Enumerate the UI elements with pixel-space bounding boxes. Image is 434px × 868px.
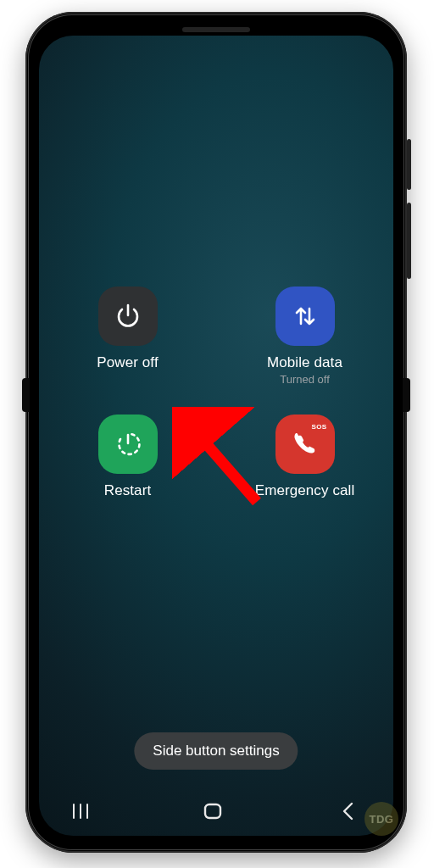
phone-frame: Power off Mobile data Turned off: [25, 12, 407, 853]
watermark-text: TDG: [370, 813, 394, 826]
side-button: [407, 203, 411, 279]
earpiece: [182, 27, 250, 32]
emergency-option[interactable]: SOS Emergency call: [233, 415, 377, 499]
watermark: TDG: [364, 802, 398, 836]
svg-rect-0: [205, 804, 220, 818]
side-button-settings[interactable]: Side button settings: [134, 732, 298, 770]
nav-back[interactable]: [337, 800, 359, 822]
power-menu: Power off Mobile data Turned off: [39, 287, 393, 499]
restart-label: Restart: [104, 482, 152, 499]
power-off-option[interactable]: Power off: [56, 287, 200, 386]
mobile-data-tile[interactable]: [275, 287, 335, 346]
sos-badge: SOS: [311, 423, 326, 431]
power-icon: [113, 301, 143, 331]
restart-option[interactable]: Restart: [56, 415, 200, 499]
emergency-tile[interactable]: SOS: [275, 415, 335, 474]
power-off-tile[interactable]: [98, 287, 158, 346]
mobile-data-option[interactable]: Mobile data Turned off: [233, 287, 377, 386]
updown-icon: [290, 301, 320, 331]
restart-tile[interactable]: [98, 415, 158, 474]
side-button-settings-label: Side button settings: [153, 743, 279, 759]
restart-icon: [113, 429, 143, 459]
nav-recents[interactable]: [73, 804, 88, 819]
nav-home[interactable]: [202, 800, 224, 822]
mobile-data-label: Mobile data: [267, 354, 342, 371]
phone-sos-icon: [290, 429, 320, 459]
screen: Power off Mobile data Turned off: [39, 36, 393, 836]
nav-bar: [73, 797, 359, 826]
volume-button: [407, 139, 411, 190]
power-off-label: Power off: [97, 354, 158, 371]
hinge-right: [403, 378, 410, 412]
emergency-label: Emergency call: [255, 482, 355, 499]
mobile-data-sublabel: Turned off: [280, 373, 330, 386]
hinge-left: [22, 378, 30, 412]
